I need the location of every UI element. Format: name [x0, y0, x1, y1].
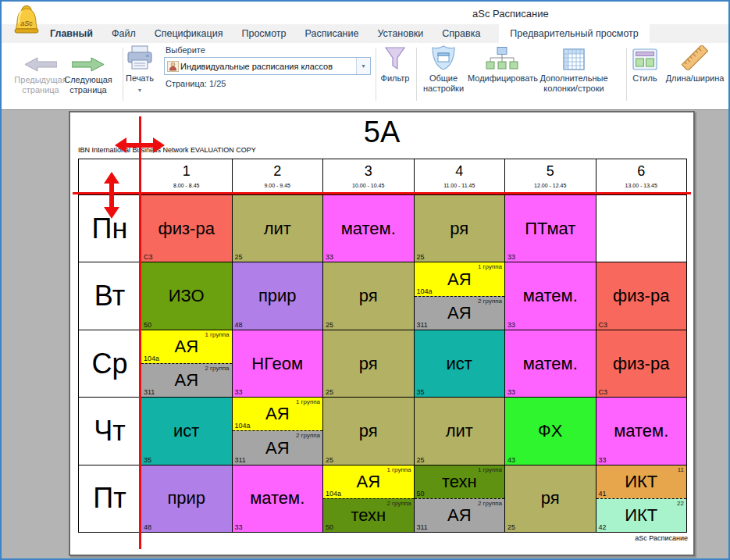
menu-item-view[interactable]: Просмотр: [241, 24, 286, 43]
svg-text:aSc: aSc: [20, 20, 33, 27]
lesson-room: 48: [144, 523, 151, 531]
app-bell-icon[interactable]: aSc: [12, 5, 41, 39]
lesson-room: С3: [599, 388, 608, 396]
lesson-room: 33: [507, 321, 515, 329]
lesson-cell: физ-раС3: [141, 195, 232, 262]
lesson-subject: АЯ: [174, 370, 198, 391]
day-row-thursday: Чт ист35 1 группаАЯ104a 2 группаАЯ311 ря…: [79, 397, 686, 464]
next-page-button[interactable]: Следующая страница: [56, 47, 120, 95]
print-button[interactable]: Печать ▼: [114, 45, 166, 95]
height-adjust-arrow-icon[interactable]: [102, 172, 121, 222]
ribbon-separator: [416, 48, 417, 101]
red-vertical-guide[interactable]: [139, 116, 141, 549]
menu-item-timetable[interactable]: Расписание: [305, 24, 359, 43]
lesson-group-tag: 11: [678, 466, 684, 473]
lesson-cell: матем.33: [596, 398, 687, 464]
lesson-group-tag: 1 группа: [296, 398, 320, 405]
grid-icon: [535, 45, 613, 70]
funnel-icon: [375, 45, 415, 70]
lesson-cell: ПТмат33: [504, 195, 596, 262]
lesson-group-tag: 1 группа: [386, 466, 411, 473]
combo-dropdown-arrow[interactable]: ▼: [356, 58, 370, 74]
general-settings-button[interactable]: Общие настройки: [418, 45, 469, 94]
lesson-group-tag: 1 группа: [478, 263, 502, 270]
lesson-cell: ист35: [141, 398, 232, 464]
lesson-room: 35: [417, 388, 425, 396]
lesson-subject: техн: [442, 472, 477, 492]
lesson-subject: АЯ: [447, 269, 472, 290]
menu-item-main[interactable]: Главный: [50, 24, 93, 43]
lesson-room: С3: [144, 253, 153, 261]
period-time: 10.00 - 10.45: [352, 183, 384, 188]
period-time: 8.00 - 8.45: [173, 183, 199, 188]
tab-print-preview[interactable]: Предварительный просмотр: [499, 24, 649, 43]
lesson-subject: АЯ: [447, 303, 472, 323]
lesson-room: 43: [507, 456, 515, 464]
period-header-5: 512.00 - 12.45: [504, 159, 596, 194]
lesson-room: 25: [326, 456, 333, 464]
lesson-cell: лит25: [414, 398, 505, 464]
day-cell: Пт: [79, 465, 141, 532]
lesson-subject: матем.: [523, 354, 578, 374]
app-window: aSc Расписание aSc Главный Файл Специфик…: [0, 0, 730, 560]
lesson-subject: ря: [359, 354, 378, 374]
lesson-group-2: 2 группаАЯ311: [233, 430, 323, 464]
lesson-room: 33: [599, 456, 607, 464]
lesson-cell: ря25: [414, 195, 505, 262]
period-number: 1: [183, 163, 191, 180]
length-width-button[interactable]: Длина/ширина: [661, 45, 728, 84]
length-width-label: Длина/ширина: [661, 73, 728, 84]
period-header-1: 18.00 - 8.45: [141, 159, 232, 194]
lesson-subject: прир: [167, 488, 205, 508]
lesson-room: 311: [144, 388, 155, 396]
lesson-room: 25: [326, 388, 333, 396]
red-horizontal-guide[interactable]: [73, 192, 691, 194]
lesson-room: 25: [417, 253, 425, 261]
day-row-monday: Пн физ-раС3 лит25 матем.33 ря25 ПТмат33: [79, 194, 686, 262]
menu-item-specification[interactable]: Спецификация: [155, 24, 223, 43]
lesson-subject: ИКТ: [625, 472, 657, 492]
lesson-subject: техн: [351, 505, 386, 526]
schedule-page: 5A IBN International Business Network EV…: [69, 111, 695, 556]
lesson-cell-split: 1 группаАЯ104a 2 группатехн50: [322, 465, 414, 532]
period-header-6: 613.00 - 13.45: [596, 159, 687, 194]
day-cell: Вт: [79, 262, 141, 329]
empty-lesson-cell: [596, 195, 687, 262]
style-label: Стиль: [627, 73, 663, 84]
lesson-cell: ря25: [504, 465, 596, 532]
lesson-subject: матем.: [341, 219, 396, 239]
lesson-cell-split: 1 группаАЯ104a 2 группаАЯ311: [414, 262, 505, 329]
lesson-cell: физ-раС3: [596, 330, 687, 397]
style-button[interactable]: Стиль: [627, 45, 663, 84]
period-time: 13.00 - 13.45: [625, 183, 657, 188]
period-number: 4: [455, 163, 463, 180]
modify-button[interactable]: Модифицировать: [468, 45, 536, 84]
lesson-subject: матем.: [250, 488, 304, 508]
period-number: 2: [273, 163, 281, 180]
lesson-room: 50: [326, 523, 333, 531]
menu-item-help[interactable]: Справка: [442, 24, 480, 43]
lesson-group-1: 1 группаАЯ104a: [323, 465, 414, 498]
menu-item-file[interactable]: Файл: [112, 24, 136, 43]
lesson-room: 311: [417, 321, 428, 329]
lesson-cell: ря25: [322, 398, 414, 464]
period-time: 12.00 - 12.45: [534, 183, 566, 188]
lesson-room: 33: [235, 523, 243, 531]
lesson-room: 104a: [144, 355, 159, 362]
lesson-cell: матем.33: [504, 262, 596, 329]
lesson-group-1: 11ИКТ41: [596, 465, 687, 498]
lesson-subject: прир: [258, 286, 297, 306]
report-type-combobox[interactable]: Индивидуальные расписания классов ▼: [164, 57, 371, 75]
print-dropdown-caret[interactable]: ▼: [114, 85, 166, 95]
lesson-cell: физ-раС3: [596, 262, 687, 329]
lesson-cell: матем.33: [232, 465, 323, 532]
extra-columns-rows-button[interactable]: Дополнительные колонки/строки: [535, 45, 613, 94]
period-header-3: 310.00 - 10.45: [322, 159, 414, 194]
filter-button[interactable]: Фильтр: [375, 45, 415, 84]
lesson-group-2: 2 группаАЯ311: [415, 498, 505, 532]
lesson-subject: ря: [359, 421, 378, 441]
lesson-subject: ист: [447, 354, 472, 374]
menu-item-options[interactable]: Установки: [377, 24, 423, 43]
lesson-cell: ря25: [322, 330, 414, 397]
width-adjust-arrow-icon[interactable]: [115, 136, 165, 158]
